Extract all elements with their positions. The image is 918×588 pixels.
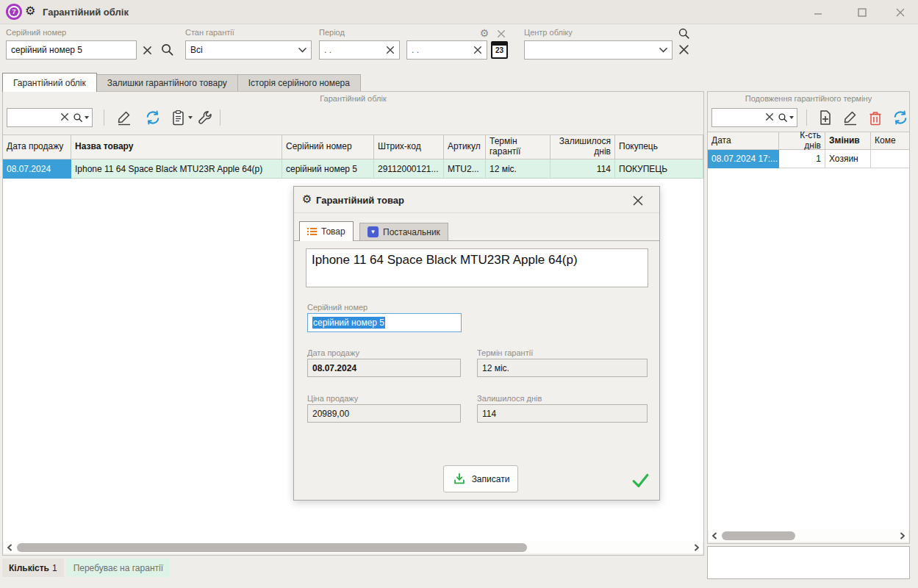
period-filter-label: Період	[319, 28, 345, 37]
list-icon	[307, 228, 317, 235]
col-ext-changed-by[interactable]: Змінив	[825, 132, 871, 150]
dialog-tab-supplier[interactable]: ▼ Постачальник	[359, 223, 448, 241]
grid-search-clear-icon[interactable]	[60, 111, 69, 124]
cell-serial-number[interactable]: серійний номер 5	[282, 159, 374, 179]
sale-date-label: Дата продажу	[307, 348, 359, 357]
product-name-field[interactable]: Iphone 11 64 Space Black MTU23R Apple 64…	[306, 248, 648, 287]
extension-search-options-icon[interactable]	[778, 112, 794, 123]
col-product-name[interactable]: Назва товару	[71, 135, 282, 159]
cell-barcode[interactable]: 29112000121...	[374, 159, 444, 179]
period-date-to-input[interactable]: . .	[406, 40, 487, 60]
col-buyer[interactable]: Покупець	[615, 135, 703, 159]
scroll-thumb[interactable]	[722, 531, 795, 540]
table-row[interactable]: 08.07.2024 Iphone 11 64 Space Black MTU2…	[3, 159, 703, 179]
maximize-button[interactable]	[851, 4, 873, 21]
service-tools-button[interactable]	[196, 108, 215, 127]
cell-ext-changed-by[interactable]: Хозяин	[825, 150, 871, 168]
app-window: 7 ⚙ Гарантійний облік Серійний номер сер…	[0, 0, 918, 588]
cell-ext-days[interactable]: 1	[779, 150, 825, 168]
tab-serial-history[interactable]: Історія серійного номера	[237, 74, 361, 92]
edit-button[interactable]	[115, 108, 134, 127]
period-date-from-input[interactable]: . .	[319, 40, 400, 60]
grid-header-row: Дата К-сть днів Змінив Коме	[708, 132, 909, 150]
col-serial-number[interactable]: Серійний номер	[282, 135, 374, 159]
grid-search-options-icon[interactable]	[73, 112, 89, 123]
minimize-button[interactable]	[807, 4, 829, 21]
tab-warranty-accounting[interactable]: Гарантійний облік	[2, 73, 97, 92]
extension-search-clear-icon[interactable]	[765, 111, 774, 124]
title-bar: 7 ⚙ Гарантійний облік	[0, 0, 918, 24]
col-days-left[interactable]: Залишилося днів	[551, 135, 615, 159]
save-download-icon	[452, 472, 467, 487]
status-bar: Кількість 1 Перебуває на гарантії	[2, 559, 170, 577]
scroll-left-icon[interactable]	[709, 530, 720, 542]
serial-field-label: Серійний номер	[307, 303, 367, 312]
state-filter-select[interactable]: Всі	[185, 40, 312, 60]
center-filter-select[interactable]	[524, 40, 673, 60]
col-sku[interactable]: Артикул	[444, 135, 486, 159]
extension-grid-hscrollbar[interactable]	[709, 530, 908, 542]
center-search-icon[interactable]	[676, 26, 691, 40]
days-left-label: Залишилося днів	[477, 394, 542, 403]
scroll-thumb[interactable]	[17, 543, 527, 552]
serial-search-icon[interactable]	[159, 41, 175, 57]
scroll-right-icon[interactable]	[897, 530, 908, 542]
panel-caption: Гарантійний облік	[3, 94, 703, 103]
extension-comment-box[interactable]	[707, 546, 910, 579]
state-filter-label: Стан гарантії	[185, 28, 234, 37]
close-button[interactable]	[889, 4, 911, 21]
refresh-extensions-button[interactable]	[891, 108, 910, 127]
center-filter-label: Центр обліку	[524, 28, 573, 37]
tab-warranty-leftovers[interactable]: Залишки гарантійного товару	[96, 74, 238, 92]
date-to-clear-icon[interactable]	[473, 46, 482, 54]
report-button[interactable]	[169, 107, 194, 128]
col-ext-days[interactable]: К-сть днів	[779, 132, 825, 150]
warranty-status-badge: Перебуває на гарантії	[67, 559, 170, 577]
record-count-badge: Кількість 1	[2, 559, 64, 577]
extension-panel-caption: Подовження гарантійного терміну	[708, 94, 909, 103]
table-row[interactable]: 08.07.2024 17:... 1 Хозяин	[708, 150, 909, 168]
cell-days-left[interactable]: 114	[551, 159, 615, 179]
calendar-icon[interactable]: 23	[491, 41, 508, 59]
dialog-title: Гарантійний товар	[316, 195, 404, 206]
cell-ext-comment[interactable]	[871, 150, 909, 168]
dialog-tab-product[interactable]: Товар	[299, 221, 354, 241]
col-ext-date[interactable]: Дата	[708, 132, 779, 150]
add-extension-button[interactable]	[816, 108, 835, 127]
date-from-clear-icon[interactable]	[386, 46, 395, 54]
col-warranty-term[interactable]: Термін гарантії	[486, 135, 551, 159]
serial-field-input[interactable]: серійний номер 5	[307, 313, 462, 332]
edit-extension-button[interactable]	[841, 108, 860, 127]
col-ext-comment[interactable]: Коме	[871, 132, 909, 150]
cell-sale-date[interactable]: 08.07.2024	[3, 159, 71, 179]
cell-buyer[interactable]: ПОКУПЕЦЬ	[615, 159, 703, 179]
warranty-extension-panel: Подовження гарантійного терміну Дат	[707, 91, 910, 544]
scroll-right-icon[interactable]	[691, 542, 703, 553]
sale-price-label: Ціна продажу	[307, 394, 358, 403]
col-sale-date[interactable]: Дата продажу	[3, 135, 71, 159]
period-settings-gear-icon[interactable]: ⚙	[478, 26, 491, 40]
window-title: Гарантійний облік	[43, 7, 129, 18]
grid-search-input[interactable]	[7, 108, 93, 127]
dialog-close-icon[interactable]	[631, 193, 645, 208]
refresh-button[interactable]	[143, 108, 162, 127]
chevron-down-icon	[298, 45, 306, 55]
cell-sku[interactable]: MTU2...	[444, 159, 486, 179]
valid-check-icon	[631, 470, 650, 493]
col-barcode[interactable]: Штрих-код	[374, 135, 444, 159]
chevron-down-icon	[659, 45, 667, 55]
delete-extension-button[interactable]	[866, 108, 885, 127]
scroll-left-icon[interactable]	[4, 542, 15, 553]
serial-filter-input[interactable]: серійний номер 5	[6, 40, 137, 60]
grid-header-row: Дата продажу Назва товару Серійний номер…	[3, 135, 703, 159]
period-clear-icon[interactable]	[495, 28, 507, 40]
center-clear-icon[interactable]	[676, 42, 691, 57]
cell-product-name[interactable]: Iphone 11 64 Space Black MTU23R Apple 64…	[71, 159, 282, 179]
cell-warranty-term[interactable]: 12 міс.	[486, 159, 551, 179]
save-button[interactable]: Записати	[443, 465, 518, 492]
extension-search-input[interactable]	[711, 108, 797, 127]
warranty-term-field: 12 міс.	[477, 359, 648, 377]
cell-ext-date[interactable]: 08.07.2024 17:...	[708, 150, 779, 168]
serial-clear-icon[interactable]	[140, 43, 154, 57]
main-grid-hscrollbar[interactable]	[4, 542, 703, 553]
